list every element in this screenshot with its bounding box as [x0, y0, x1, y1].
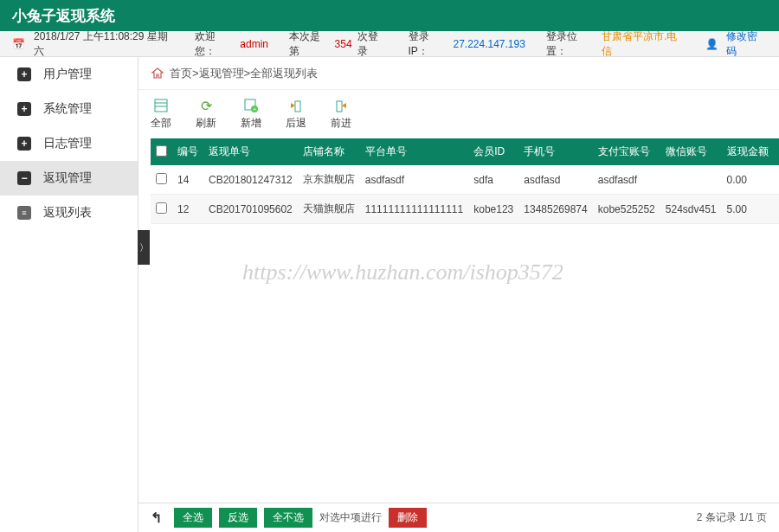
app-title: 小兔子返现系统: [12, 6, 115, 26]
table-header: 编号 返现单号 店铺名称 平台单号 会员ID 手机号 支付宝账号 微信账号 返现…: [151, 138, 779, 165]
svg-text:+: +: [253, 106, 256, 112]
breadcrumb: 首页 > 返现管理 > 全部返现列表: [138, 57, 779, 90]
th-alipay[interactable]: 支付宝账号: [593, 138, 660, 165]
toolbar-add-button[interactable]: +新增: [241, 98, 261, 131]
sidebar-item-cashback-list[interactable]: 返现列表: [0, 195, 138, 230]
cell-phone: asdfasd: [518, 165, 592, 195]
cell-id: 12: [172, 195, 203, 224]
cell-platform: 11111111111111111: [360, 195, 468, 224]
cell-wechat: [660, 165, 722, 195]
breadcrumb-l1[interactable]: 返现管理: [199, 66, 244, 81]
toolbar: 全部 ⟳刷新 +新增 后退 前进: [138, 90, 779, 138]
cell-platform: asdfasdf: [360, 165, 468, 195]
th-wechat[interactable]: 微信账号: [660, 138, 722, 165]
refresh-icon: ⟳: [198, 98, 214, 113]
cell-order: CB201801247312: [203, 165, 298, 195]
back-icon: [288, 98, 304, 113]
cell-status: 未确认: [774, 165, 780, 195]
sidebar: 用户管理 系统管理 日志管理 返现管理 返现列表 〉: [0, 57, 138, 532]
datetime-text: 2018/1/27 上午11:08:29 星期六: [34, 29, 174, 59]
select-all-button[interactable]: 全选: [174, 508, 212, 528]
row-checkbox[interactable]: [156, 202, 167, 214]
cell-amount: 5.00: [722, 195, 774, 224]
toolbar-forward-button[interactable]: 前进: [331, 98, 351, 131]
login-count-suffix: 次登录: [357, 29, 388, 59]
cashback-table: 编号 返现单号 店铺名称 平台单号 会员ID 手机号 支付宝账号 微信账号 返现…: [151, 138, 779, 224]
person-icon: 👤: [705, 38, 718, 50]
main-area: 首页 > 返现管理 > 全部返现列表 全部 ⟳刷新 +新增 后退 前进 编号 返…: [138, 57, 779, 532]
footer-bar: ↰ 全选 反选 全不选 对选中项进行 删除 2 条记录 1/1 页: [138, 503, 779, 532]
action-label: 对选中项进行: [319, 510, 382, 525]
sidebar-item-label: 日志管理: [43, 136, 92, 151]
app-header: 小兔子返现系统: [0, 0, 779, 31]
row-checkbox[interactable]: [156, 173, 167, 184]
table-container: 编号 返现单号 店铺名称 平台单号 会员ID 手机号 支付宝账号 微信账号 返现…: [138, 138, 779, 503]
svg-rect-6: [295, 101, 300, 112]
list-icon: [17, 206, 31, 220]
cell-amount: 0.00: [722, 165, 774, 195]
sidebar-item-user[interactable]: 用户管理: [0, 57, 138, 92]
calendar-icon: 📅: [12, 38, 25, 50]
change-password-link[interactable]: 修改密码: [726, 29, 767, 59]
invert-select-button[interactable]: 反选: [219, 508, 257, 528]
sidebar-collapse-handle[interactable]: 〉: [138, 230, 150, 265]
plus-icon: [17, 67, 31, 81]
th-id[interactable]: 编号: [172, 138, 203, 165]
toolbar-all-button[interactable]: 全部: [151, 98, 171, 131]
toolbar-refresh-button[interactable]: ⟳刷新: [196, 98, 216, 131]
minus-icon: [17, 171, 31, 185]
select-none-button[interactable]: 全不选: [264, 508, 312, 528]
cell-alipay: asdfasdf: [593, 165, 660, 195]
up-arrow-icon: ↰: [151, 510, 162, 526]
svg-rect-7: [337, 101, 342, 112]
th-platform[interactable]: 平台单号: [360, 138, 468, 165]
sidebar-item-label: 返现管理: [43, 170, 92, 186]
th-order[interactable]: 返现单号: [203, 138, 298, 165]
svg-rect-0: [155, 99, 167, 112]
grid-icon: [153, 98, 169, 113]
cell-member: kobe123: [468, 195, 518, 224]
sidebar-item-label: 系统管理: [43, 101, 92, 117]
cell-phone: 13485269874: [518, 195, 592, 224]
ip-label: 登录IP：: [409, 29, 448, 59]
sidebar-item-label: 用户管理: [43, 67, 92, 82]
login-count: 354: [335, 38, 352, 50]
cell-member: sdfa: [468, 165, 518, 195]
info-bar: 📅 2018/1/27 上午11:08:29 星期六 欢迎您： admin 本次…: [0, 31, 779, 57]
sidebar-item-system[interactable]: 系统管理: [0, 92, 138, 126]
location-label: 登录位置：: [546, 29, 596, 59]
select-all-checkbox[interactable]: [156, 145, 167, 157]
sidebar-item-cashback[interactable]: 返现管理: [0, 161, 138, 195]
delete-button[interactable]: 删除: [389, 508, 427, 528]
login-count-prefix: 本次是第: [289, 29, 330, 59]
pagination-text: 2 条记录 1/1 页: [697, 510, 767, 525]
sidebar-item-log[interactable]: 日志管理: [0, 126, 138, 161]
toolbar-back-button[interactable]: 后退: [286, 98, 306, 131]
cell-shop: 京东旗舰店: [298, 165, 360, 195]
ip-text: 27.224.147.193: [453, 38, 525, 50]
welcome-label: 欢迎您：: [195, 29, 235, 59]
th-phone[interactable]: 手机号: [518, 138, 592, 165]
breadcrumb-sep: >: [192, 67, 199, 80]
th-status[interactable]: 返现状态: [774, 138, 780, 165]
table-row[interactable]: 14 CB201801247312 京东旗舰店 asdfasdf sdfa as…: [151, 165, 779, 195]
breadcrumb-l2: 全部返现列表: [250, 66, 318, 81]
add-icon: +: [243, 98, 259, 113]
location-text: 甘肃省平凉市.电信: [602, 29, 685, 59]
breadcrumb-home[interactable]: 首页: [170, 66, 192, 81]
cell-order: CB201701095602: [203, 195, 298, 224]
th-amount[interactable]: 返现金额: [722, 138, 774, 165]
table-row[interactable]: 12 CB201701095602 天猫旗舰店 1111111111111111…: [151, 195, 779, 224]
username-text: admin: [240, 38, 268, 50]
cell-status: 已完成: [774, 195, 780, 224]
sidebar-item-label: 返现列表: [43, 205, 92, 221]
th-member[interactable]: 会员ID: [468, 138, 518, 165]
th-shop[interactable]: 店铺名称: [298, 138, 360, 165]
cell-id: 14: [172, 165, 203, 195]
home-icon[interactable]: [151, 66, 164, 80]
cell-wechat: 524sdv451: [660, 195, 722, 224]
plus-icon: [17, 102, 31, 116]
cell-alipay: kobe525252: [593, 195, 660, 224]
forward-icon: [333, 98, 349, 113]
plus-icon: [17, 137, 31, 151]
